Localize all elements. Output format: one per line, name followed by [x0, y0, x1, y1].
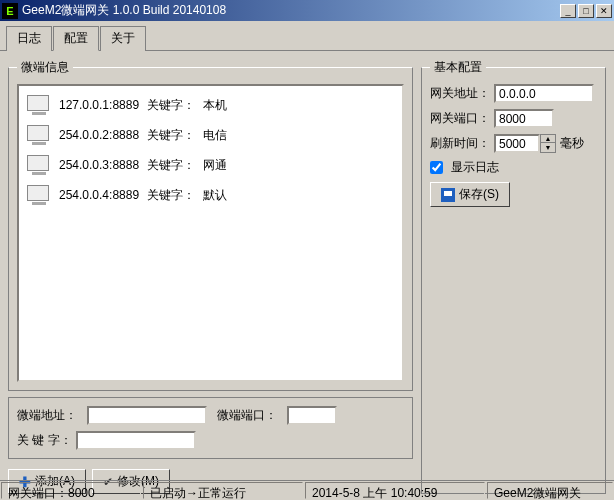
titlebar: E GeeM2微端网关 1.0.0 Build 20140108 _ □ ✕ [0, 0, 614, 21]
keyword-input[interactable] [76, 431, 196, 450]
gw-port-input[interactable] [494, 109, 554, 128]
item-kwlabel: 关键字： [147, 97, 195, 114]
item-keyword: 默认 [203, 187, 227, 204]
port-label: 微端端口： [217, 407, 277, 424]
refresh-input[interactable] [494, 134, 540, 153]
basic-config-group: 基本配置 网关地址： 网关端口： 刷新时间： ▲▼ 毫秒 显示日志 保存(S) [421, 59, 606, 494]
item-addr: 127.0.0.1:8889 [59, 98, 139, 112]
app-icon: E [2, 3, 18, 19]
statusbar: 网关端口：8000 已启动→正常运行 2014-5-8 上午 10:40:59 … [0, 480, 614, 500]
microend-info-legend: 微端信息 [17, 59, 73, 76]
save-icon [441, 188, 455, 202]
basic-config-legend: 基本配置 [430, 59, 486, 76]
computer-icon [27, 125, 51, 145]
window-title: GeeM2微端网关 1.0.0 Build 20140108 [22, 2, 560, 19]
addr-input[interactable] [87, 406, 207, 425]
item-keyword: 本机 [203, 97, 227, 114]
port-input[interactable] [287, 406, 337, 425]
item-addr: 254.0.0.4:8889 [59, 188, 139, 202]
item-kwlabel: 关键字： [147, 157, 195, 174]
show-log-label: 显示日志 [451, 159, 499, 176]
status-datetime: 2014-5-8 上午 10:40:59 [305, 482, 485, 499]
addr-label: 微端地址： [17, 407, 77, 424]
gw-addr-input[interactable] [494, 84, 594, 103]
item-keyword: 网通 [203, 157, 227, 174]
minimize-button[interactable]: _ [560, 4, 576, 18]
status-app: GeeM2微端网关 [487, 482, 613, 499]
spin-arrows[interactable]: ▲▼ [540, 134, 556, 153]
list-item[interactable]: 254.0.0.2:8888 关键字：电信 [23, 120, 398, 150]
computer-icon [27, 155, 51, 175]
tab-log[interactable]: 日志 [6, 26, 52, 51]
gw-addr-label: 网关地址： [430, 85, 490, 102]
item-keyword: 电信 [203, 127, 227, 144]
item-kwlabel: 关键字： [147, 127, 195, 144]
tab-config[interactable]: 配置 [53, 26, 99, 51]
keyword-label: 关 键 字： [17, 432, 72, 449]
tab-about[interactable]: 关于 [100, 26, 146, 51]
maximize-button[interactable]: □ [578, 4, 594, 18]
item-addr: 254.0.0.3:8888 [59, 158, 139, 172]
refresh-label: 刷新时间： [430, 135, 490, 152]
tabstrip: 日志 配置 关于 [0, 21, 614, 51]
computer-icon [27, 95, 51, 115]
ms-label: 毫秒 [560, 135, 584, 152]
computer-icon [27, 185, 51, 205]
chevron-up-icon[interactable]: ▲ [541, 135, 555, 143]
item-addr: 254.0.0.2:8888 [59, 128, 139, 142]
gw-port-label: 网关端口： [430, 110, 490, 127]
microend-info-group: 微端信息 127.0.0.1:8889 关键字：本机 254.0.0.2:888… [8, 59, 413, 391]
item-kwlabel: 关键字： [147, 187, 195, 204]
microend-list[interactable]: 127.0.0.1:8889 关键字：本机 254.0.0.2:8888 关键字… [17, 84, 404, 382]
list-item[interactable]: 254.0.0.3:8888 关键字：网通 [23, 150, 398, 180]
close-button[interactable]: ✕ [596, 4, 612, 18]
save-button[interactable]: 保存(S) [430, 182, 510, 207]
list-item[interactable]: 254.0.0.4:8889 关键字：默认 [23, 180, 398, 210]
save-button-label: 保存(S) [459, 186, 499, 203]
edit-fields: 微端地址： 微端端口： 关 键 字： [8, 397, 413, 459]
status-port: 网关端口：8000 [1, 482, 141, 499]
status-state: 已启动→正常运行 [143, 482, 303, 499]
show-log-checkbox[interactable] [430, 161, 443, 174]
list-item[interactable]: 127.0.0.1:8889 关键字：本机 [23, 90, 398, 120]
chevron-down-icon[interactable]: ▼ [541, 143, 555, 151]
